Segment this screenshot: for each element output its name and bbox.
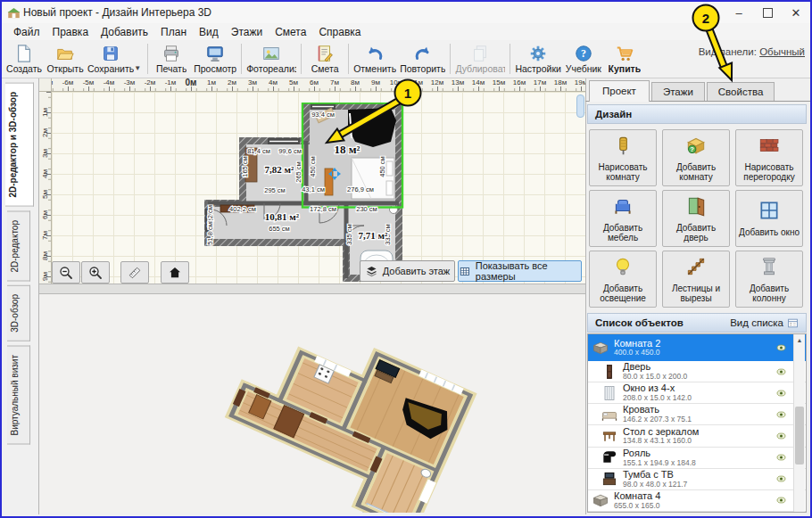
design-add-room-button[interactable]: ?Добавить комнату [662,129,730,186]
visibility-eye-icon[interactable] [775,473,788,484]
design-door-button[interactable]: Добавить дверь [662,190,730,247]
visibility-eye-icon[interactable] [775,342,788,353]
new-icon [14,44,34,63]
dim-label: 230 см [356,205,377,213]
object-row-3[interactable]: Кровать146.2 x 207.3 x 75.1 [588,404,806,425]
toolbar-preview-button[interactable]: Просмотр [192,41,238,77]
scroll-up-arrow[interactable]: ▲ [794,334,805,346]
menu-0[interactable]: Файл [7,25,46,39]
design-window-button[interactable]: Добавить окно [735,190,803,247]
furniture-icon [611,194,634,221]
object-row-2[interactable]: Окно из 4-х208.0 x 15.0 x 142.0 [588,382,806,404]
toolbar-settings-button[interactable]: Настройки [513,41,563,77]
menu-5[interactable]: Этажи [225,25,269,39]
object-row-7[interactable]: Комната 4655.0 x 165.0 [588,490,806,512]
ruler-h-label: -6м [62,78,74,86]
menu-4[interactable]: Вид [193,25,225,39]
toolbar-save-button[interactable]: Сохранить [86,41,136,77]
left-tab-3[interactable]: Виртуальный визит [7,346,30,445]
visibility-eye-icon[interactable] [775,409,788,420]
list-view-label: Вид списка [730,317,783,328]
add-floor-button[interactable]: Добавить этаж [360,260,455,282]
visibility-eye-icon[interactable] [775,452,788,463]
toolbar-estimate-button[interactable]: Смета [304,41,345,77]
object-name: Рояль [623,448,696,459]
menu-3[interactable]: План [154,25,193,39]
minimize-button[interactable]: – [725,2,753,23]
object-row-1[interactable]: Дверь80.0 x 15.0 x 200.0 [588,361,806,382]
toolbar-undo-button[interactable]: Отменить [352,41,398,77]
toolbar-buy-button[interactable]: Купить [604,41,645,77]
maximize-button[interactable] [753,2,782,23]
floor-plan[interactable]: 93,4 см450 см450 см276,9 см43,1 см81,4 с… [166,103,416,285]
visibility-eye-icon[interactable] [775,431,788,441]
ruler-h-label: 11м [410,78,423,86]
window-title: Новый проект - Дизайн Интерьера 3D [23,6,211,19]
ruler-v-label: 9м [41,271,49,282]
measure-button[interactable] [120,261,149,284]
partition-icon [758,134,781,160]
design-furniture-button[interactable]: Добавить мебель [589,190,657,247]
design-partition-button[interactable]: Нарисовать перегородку [735,129,803,186]
show-all-sizes-button[interactable]: Показывать все размеры [458,260,582,282]
close-button[interactable]: ✕ [782,2,810,23]
toolbar-new-button[interactable]: Создать [4,41,45,77]
ruler-v-label: 3м [41,148,49,159]
design-draw-room-button[interactable]: Нарисовать комнату [589,129,657,186]
design-column-button[interactable]: Добавить колонну [735,251,803,308]
left-tab-2[interactable]: 3D-обзор [7,285,30,341]
design-light-button[interactable]: Добавить освещение [589,251,657,308]
object-dims: 146.2 x 207.3 x 75.1 [623,415,692,423]
3d-house-render [39,294,585,513]
toolbar-redo-button[interactable]: Повторить [398,41,447,77]
save-dropdown-caret[interactable]: ▼ [134,64,143,72]
duplicate-icon [470,44,490,63]
object-row-5[interactable]: Рояль155.1 x 194.9 x 184.8 [588,448,806,469]
panel-view-switch[interactable]: Вид панели: Обычный [699,46,805,57]
panel-tab-2[interactable]: Свойства [707,82,775,101]
2d-scrollbar-thumb[interactable] [576,95,584,118]
panel-view-value[interactable]: Обычный [759,46,805,57]
room-area-label: 7,82 м² [265,164,294,175]
visibility-eye-icon[interactable] [775,495,788,506]
menu-2[interactable]: Добавить [95,25,154,39]
zoom-in-button[interactable] [81,261,110,284]
visibility-eye-icon[interactable] [775,366,788,377]
3d-view[interactable] [39,294,585,513]
dim-label: 295 см [264,186,286,194]
visibility-eye-icon[interactable] [775,388,788,399]
left-tab-1[interactable]: 2D-редактор [7,211,30,282]
toolbar-open-button[interactable]: Открыть [45,41,86,77]
ruler-h-label: 16м [513,78,526,86]
toolbar-tutorial-button[interactable]: ?Учебник [563,41,604,77]
toolbar-separator [450,44,451,74]
toolbar-photo-button[interactable]: Фотореализ [244,41,298,77]
object-row-4[interactable]: Стол с зеркалом134.8 x 43.1 x 160.0 [588,425,806,447]
object-row-0[interactable]: Комната 2400.0 x 450.0 [588,334,806,361]
object-row-6[interactable]: Тумба с ТВ98.0 x 48.0 x 121.7 [588,469,806,490]
menu-7[interactable]: Справка [312,25,367,39]
menu-6[interactable]: Смета [269,25,312,39]
ruler-v-label: 1м [41,107,49,118]
dim-label: 402,2 см [229,205,256,213]
left-tab-0[interactable]: 2D-редактор и 3D-обзор [5,83,34,207]
toolbar-print-button[interactable]: Печать [151,41,192,77]
dim-label: 655 см [269,225,290,233]
vertical-ruler: 1м2м3м4м5м6м7м8м9м [39,92,52,284]
menu-1[interactable]: Правка [46,25,95,39]
object-list-scrollbar[interactable]: ▲ [793,334,805,512]
panel-tab-1[interactable]: Этажи [651,82,705,101]
dim-label: 43,1 см [302,185,325,193]
design-section-header: Дизайн [587,104,807,124]
panel-tab-0[interactable]: Проект [589,80,650,102]
home-view-button[interactable] [161,261,189,284]
zoom-out-button[interactable] [52,261,80,284]
design-title: Дизайн [595,109,632,119]
ruler-h-label: 15м [493,78,505,86]
ruler-h-label: 17м [534,78,546,86]
list-view-icon[interactable] [787,317,799,329]
scrollbar-thumb[interactable] [795,407,804,465]
view-splitter[interactable] [39,284,585,294]
dim-label: 165 см [241,156,249,177]
design-stairs-button[interactable]: Лестницы и вырезы [662,251,730,308]
